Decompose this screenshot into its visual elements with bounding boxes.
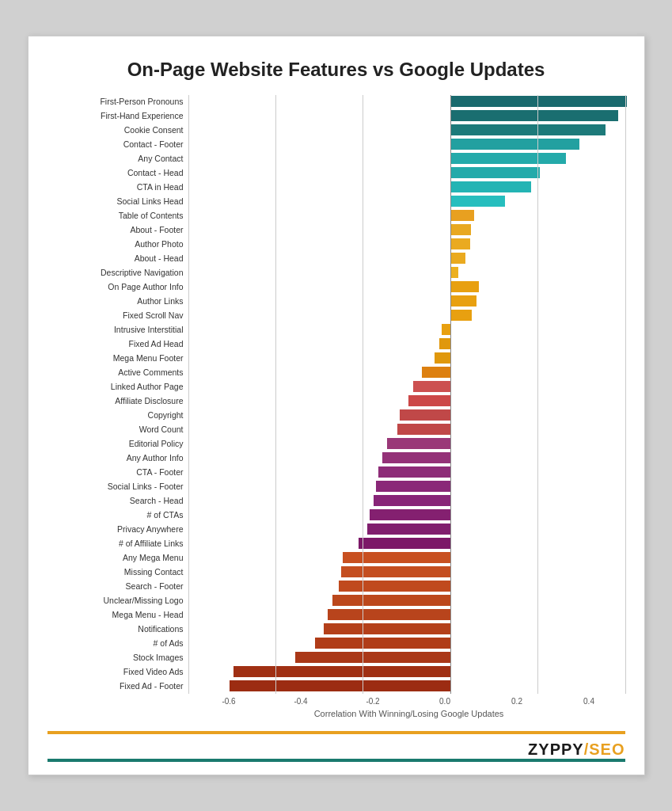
bar-fill — [450, 124, 606, 135]
bar-fill — [339, 581, 450, 592]
bar-fill — [450, 281, 479, 292]
bar-row — [188, 109, 625, 122]
bar-fill — [450, 310, 473, 321]
bar-row — [188, 95, 625, 108]
bar-label: Mega Menu Footer — [113, 352, 184, 364]
bar-fill — [230, 680, 450, 691]
bar-fill — [450, 139, 579, 150]
bar-fill — [374, 495, 450, 506]
bar-fill — [450, 253, 465, 264]
bar-row — [188, 680, 625, 692]
bar-row — [188, 124, 625, 136]
bar-label: # of Affiliate Links — [119, 537, 184, 550]
bar-label: Author Links — [137, 295, 183, 307]
bar-row — [188, 451, 625, 464]
bar-row — [188, 537, 625, 550]
bar-label: Linked Author Page — [111, 380, 184, 393]
bar-row — [188, 209, 625, 222]
bar-row — [188, 223, 625, 236]
bar-row — [188, 266, 625, 279]
bar-label: Copyright — [148, 409, 184, 421]
bar-label: Stock Images — [133, 651, 184, 664]
bar-label: Fixed Video Ads — [123, 665, 184, 678]
bar-fill — [450, 210, 474, 221]
logo: ZYPPY/SEO — [528, 741, 625, 759]
bar-row — [188, 523, 625, 535]
bar-fill — [370, 509, 450, 520]
footer-bar: ZYPPY/SEO — [47, 731, 625, 762]
bar-fill — [324, 623, 450, 634]
bar-fill — [233, 666, 450, 677]
axis-label: Correlation With Winning/Losing Google U… — [193, 709, 625, 718]
bar-label: Privacy Anywhere — [117, 523, 183, 535]
bar-fill — [442, 324, 450, 335]
bar-label: First-Hand Experience — [101, 109, 183, 122]
bar-fill — [400, 409, 450, 421]
bar-row — [188, 409, 625, 421]
bar-row — [188, 138, 625, 150]
bar-label: Author Photo — [135, 238, 183, 250]
bar-row — [188, 637, 625, 649]
bar-fill — [397, 424, 450, 435]
bar-label: Unclear/Missing Logo — [104, 594, 184, 607]
bar-row — [188, 152, 625, 165]
bars-column — [188, 95, 625, 694]
bar-label: Mega Menu - Head — [112, 608, 184, 621]
bar-fill — [450, 196, 505, 207]
bar-row — [188, 608, 625, 621]
bar-row — [188, 323, 625, 336]
labels-column: First-Person PronounsFirst-Hand Experien… — [47, 95, 188, 694]
logo-seo: SEO — [589, 741, 625, 758]
bar-row — [188, 181, 625, 193]
bar-fill — [422, 367, 450, 378]
axis-tick: 0.4 — [553, 697, 625, 706]
bar-row — [188, 623, 625, 635]
bar-label: On Page Author Info — [108, 280, 183, 293]
bar-label: Cookie Consent — [124, 124, 184, 136]
bar-row — [188, 423, 625, 436]
axis-ticks: -0.6-0.4-0.20.00.20.4 — [193, 697, 625, 706]
axis-tick: -0.4 — [265, 697, 337, 706]
bar-row — [188, 352, 625, 364]
chart-title: On-Page Website Features vs Google Updat… — [47, 59, 625, 81]
bar-row — [188, 252, 625, 265]
bar-label: Contact - Head — [127, 166, 184, 179]
bar-label: # of Ads — [154, 637, 184, 649]
bar-row — [188, 580, 625, 592]
bar-row — [188, 195, 625, 208]
bar-fill — [450, 295, 476, 307]
bar-row — [188, 337, 625, 350]
bar-fill — [343, 552, 450, 563]
bar-fill — [450, 167, 540, 178]
bar-fill — [450, 181, 531, 192]
bar-row — [188, 480, 625, 493]
bar-fill — [450, 110, 619, 121]
bar-label: Fixed Ad Head — [129, 337, 184, 350]
bar-row — [188, 437, 625, 450]
bar-label: Social Links - Footer — [108, 480, 184, 493]
axis-tick: -0.6 — [193, 697, 265, 706]
bar-row — [188, 651, 625, 664]
bar-label: Table of Contents — [119, 209, 184, 222]
bar-fill — [328, 609, 450, 620]
bar-fill — [295, 652, 450, 663]
bar-fill — [332, 595, 450, 606]
bar-row — [188, 466, 625, 478]
bar-label: About - Head — [135, 252, 184, 265]
bar-row — [188, 594, 625, 607]
bar-label: Affiliate Disclosure — [115, 394, 183, 407]
bar-fill — [450, 153, 566, 164]
bar-fill — [408, 395, 450, 406]
bar-label: CTA - Footer — [136, 466, 183, 478]
bar-row — [188, 380, 625, 393]
bar-fill — [450, 224, 471, 235]
chart-card: On-Page Website Features vs Google Updat… — [28, 36, 645, 775]
axis-tick: 0.2 — [481, 697, 553, 706]
bar-fill — [315, 638, 450, 649]
bar-fill — [413, 381, 450, 392]
bar-row — [188, 494, 625, 507]
axis-tick: 0.0 — [409, 697, 481, 706]
bar-fill — [387, 438, 450, 449]
bar-row — [188, 508, 625, 521]
bar-label: Editorial Policy — [129, 437, 184, 450]
